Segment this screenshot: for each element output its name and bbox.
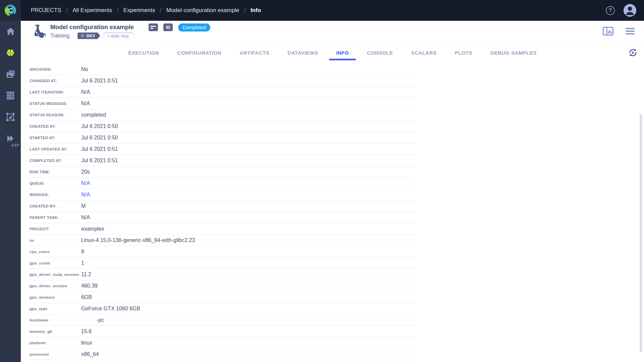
title-block: Model configuration example ID Completed… xyxy=(50,23,210,39)
info-value: 460.39 xyxy=(81,283,98,289)
info-value: 11.2 xyxy=(81,272,91,278)
sidebar-item-projects[interactable] xyxy=(0,43,21,64)
info-row: ARCHIVED:No xyxy=(30,64,416,75)
tab-scalars[interactable]: SCALARS xyxy=(410,42,438,63)
info-label: QUEUE: xyxy=(30,181,81,185)
svg-text:C: C xyxy=(8,7,12,14)
breadcrumb-item-all-experiments[interactable]: All Experiments xyxy=(72,7,112,14)
info-value: Jul 6 2021 0:51 xyxy=(81,78,118,84)
info-value: Jul 6 2021 0:50 xyxy=(81,123,118,129)
info-value: N/A xyxy=(81,101,90,107)
top-bar: C PROJECTS/All Experiments/Experiments/M… xyxy=(0,0,644,21)
info-label: COMPLETED AT: xyxy=(30,159,81,163)
tab-info[interactable]: INFO xyxy=(335,42,350,63)
experiment-type-label: Training xyxy=(50,33,69,39)
info-label: hostname xyxy=(30,318,81,322)
tab-configuration[interactable]: CONFIGURATION xyxy=(176,42,223,63)
tag-dev[interactable]: ⚙ DEV xyxy=(77,33,100,39)
info-row: QUEUE:N/A xyxy=(30,178,416,189)
description-icon[interactable] xyxy=(149,23,158,31)
info-value: Jul 6 2021 0:51 xyxy=(81,146,118,152)
images-icon xyxy=(6,70,15,80)
clearml-logo[interactable]: C xyxy=(0,0,21,21)
info-value-link[interactable]: N/A xyxy=(81,192,90,198)
tab-dataviews[interactable]: DATAVIEWS xyxy=(286,42,319,63)
info-value: 6GB xyxy=(81,294,92,300)
experiment-header: Model configuration example ID Completed… xyxy=(21,21,644,64)
sidebar-item-experiments[interactable]: EXP xyxy=(0,128,21,150)
tag-dev-label: DEV xyxy=(86,34,95,38)
info-row: CREATED BY:M xyxy=(30,200,416,212)
sidebar-item-annotator[interactable] xyxy=(0,107,21,128)
info-value: -pc xyxy=(81,317,104,323)
add-tag-button[interactable]: + ADD TAG xyxy=(104,33,136,39)
breadcrumb-separator: / xyxy=(66,7,68,14)
info-label: processor xyxy=(30,352,81,356)
info-label: CHANGED AT: xyxy=(30,79,81,83)
breadcrumb-item-projects[interactable]: PROJECTS xyxy=(31,7,61,14)
app-window: C PROJECTS/All Experiments/Experiments/M… xyxy=(0,0,644,362)
breadcrumb: PROJECTS/All Experiments/Experiments/Mod… xyxy=(31,7,261,14)
info-label: STARTED AT: xyxy=(30,136,81,140)
info-value-link[interactable]: N/A xyxy=(81,180,90,186)
page-title: Model configuration example xyxy=(50,24,134,31)
datasets-icon xyxy=(6,91,15,101)
breadcrumb-item-model-configuration-example[interactable]: Model configuration example xyxy=(166,7,239,14)
tab-artifacts[interactable]: ARTIFACTS xyxy=(238,42,271,63)
breadcrumb-separator: / xyxy=(244,7,246,14)
info-row: memory_gb15.6 xyxy=(30,326,416,337)
info-value: x86_64 xyxy=(81,351,99,357)
auto-refresh-icon[interactable] xyxy=(628,48,638,58)
brain-icon xyxy=(6,48,15,58)
add-tag-label: + ADD TAG xyxy=(104,33,135,39)
info-row: STARTED AT:Jul 6 2021 0:50 xyxy=(30,132,416,143)
info-label: CREATED BY: xyxy=(30,204,81,208)
info-table: ARCHIVED:NoCHANGED AT:Jul 6 2021 0:51LAS… xyxy=(21,64,644,360)
info-value: 20s xyxy=(81,169,90,175)
person-icon xyxy=(624,4,636,17)
info-value: linux xyxy=(81,340,92,346)
tab-console[interactable]: CONSOLE xyxy=(366,42,394,63)
info-label: memory_gb xyxy=(30,329,81,334)
panel-layout-icon[interactable] xyxy=(603,27,613,36)
info-value: 1 xyxy=(81,260,84,266)
title-row: Model configuration example ID Completed… xyxy=(21,21,644,42)
info-label: gpu_count xyxy=(30,261,81,265)
info-row: PARENT TASK:N/A xyxy=(30,212,416,223)
info-row: LAST UPDATED AT:Jul 6 2021 0:51 xyxy=(30,143,416,155)
experiment-type-icon xyxy=(30,24,46,40)
sidebar-item-datasets[interactable] xyxy=(0,85,21,107)
info-row: cpu_cores8 xyxy=(30,246,416,257)
info-row: STATUS REASON:completed xyxy=(30,109,416,121)
user-avatar-icon[interactable] xyxy=(624,4,636,17)
menu-icon[interactable] xyxy=(626,28,635,35)
info-value: completed xyxy=(81,112,106,118)
info-row: CREATED AT:Jul 6 2021 0:50 xyxy=(30,121,416,132)
tab-execution[interactable]: EXECUTION xyxy=(127,42,160,63)
info-label: gpu_driver_cuda_version xyxy=(30,273,81,277)
tab-bar: EXECUTIONCONFIGURATIONARTIFACTSDATAVIEWS… xyxy=(21,42,644,63)
breadcrumb-item-info[interactable]: Info xyxy=(251,7,261,14)
id-badge[interactable]: ID xyxy=(163,23,173,31)
info-value: 15.6 xyxy=(81,328,92,335)
breadcrumb-separator: / xyxy=(160,7,162,14)
sidebar-item-images[interactable] xyxy=(0,64,21,85)
tab-debug-samples[interactable]: DEBUG SAMPLES xyxy=(489,42,538,63)
sidebar-item-home[interactable] xyxy=(0,21,21,43)
topbar-actions: ? xyxy=(606,4,636,17)
info-row: osLinux-4.15.0-136-generic-x86_64-with-g… xyxy=(30,235,416,246)
vertical-scrollbar[interactable] xyxy=(640,114,642,352)
tab-plots[interactable]: PLOTS xyxy=(453,42,474,63)
gear-icon: ⚙ xyxy=(80,34,84,38)
help-icon[interactable]: ? xyxy=(606,6,615,15)
info-row: processorx86_64 xyxy=(30,349,416,360)
status-badge: Completed xyxy=(178,23,210,32)
info-row: gpu_driver_cuda_version11.2 xyxy=(30,269,416,280)
breadcrumb-item-experiments[interactable]: Experiments xyxy=(123,7,155,14)
breadcrumb-separator: / xyxy=(117,7,119,14)
info-row: LAST ITERATION:N/A xyxy=(30,86,416,98)
info-label: WORKER: xyxy=(30,193,81,197)
annotator-icon xyxy=(6,112,15,123)
info-label: RUN TIME: xyxy=(30,170,81,174)
info-label: gpu_memory xyxy=(30,295,81,299)
